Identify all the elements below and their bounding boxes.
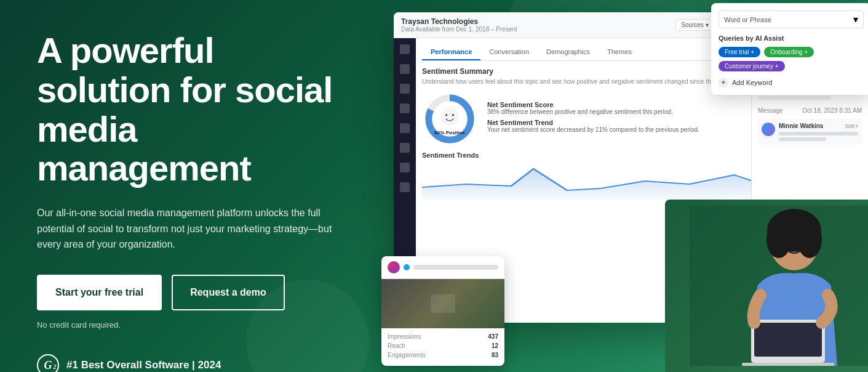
message-content: Minnie Watkins 50K+ bbox=[779, 123, 858, 141]
sidebar-icon-8[interactable] bbox=[400, 182, 410, 192]
award-title: #1 Best Overall Software | 2024 bbox=[66, 359, 221, 371]
tag-onboarding[interactable]: Onboarding + bbox=[764, 47, 814, 57]
sender-followers: 50K+ bbox=[845, 123, 858, 129]
net-score-stat: Net Sentiment Score 38% difference betwe… bbox=[487, 101, 699, 115]
add-keyword-button[interactable]: + Add Keyword bbox=[719, 78, 864, 87]
ai-search-bar[interactable]: Word or Phrase ▾ bbox=[719, 10, 864, 28]
svg-point-7 bbox=[452, 114, 455, 116]
social-post-card: Impressions 437 Reach 12 Engagements 83 bbox=[381, 256, 504, 366]
sources-filter[interactable]: Sources ▾ bbox=[675, 19, 714, 31]
ai-tags: Free trial + Onboarding + Customer journ… bbox=[719, 47, 864, 71]
reach-metric: Reach 12 bbox=[388, 342, 498, 349]
ai-assist-label: Queries by AI Assist bbox=[719, 34, 864, 42]
hero-subtext: Our all-in-one social media management p… bbox=[37, 205, 344, 253]
ai-search-input[interactable]: Word or Phrase bbox=[724, 16, 853, 23]
message-date: Oct 18, 2023 8:31 AM bbox=[802, 107, 862, 114]
impressions-metric: Impressions 437 bbox=[388, 333, 498, 340]
message-label: Message bbox=[758, 107, 783, 114]
tag-plus-icon-2: + bbox=[804, 49, 808, 55]
add-icon: + bbox=[719, 78, 728, 87]
twitter-icon bbox=[404, 264, 410, 270]
net-trend-stat: Net Sentiment Trend Your net sentiment s… bbox=[487, 119, 699, 133]
sender-avatar bbox=[762, 123, 775, 136]
tag-free-trial[interactable]: Free trial + bbox=[719, 47, 760, 57]
svg-point-12 bbox=[766, 221, 791, 258]
awards-section: G 2 #1 Best Overall Software | 2024 Top … bbox=[37, 354, 344, 372]
tag-plus-icon-3: + bbox=[775, 63, 779, 70]
svg-text:G: G bbox=[44, 359, 52, 371]
sentiment-stats: Net Sentiment Score 38% difference betwe… bbox=[487, 101, 699, 137]
woman-svg bbox=[690, 206, 868, 366]
social-avatar bbox=[388, 261, 400, 273]
sidebar-icon-5[interactable] bbox=[400, 123, 410, 133]
social-username-placeholder bbox=[413, 265, 498, 270]
tag-plus-icon: + bbox=[751, 49, 754, 55]
message-section: Message Oct 18, 2023 8:31 AM Minnie Watk… bbox=[758, 107, 862, 145]
sidebar-icon-2[interactable] bbox=[400, 64, 410, 74]
tag-customer-journey[interactable]: Customer journey + bbox=[719, 61, 785, 71]
no-credit-card-text: No credit card required. bbox=[37, 320, 344, 330]
svg-point-6 bbox=[445, 114, 448, 116]
start-trial-button[interactable]: Start your free trial bbox=[37, 275, 162, 310]
svg-point-5 bbox=[441, 108, 459, 126]
left-content: A powerful solution for social media man… bbox=[0, 0, 381, 372]
right-content: Word or Phrase ▾ Queries by AI Assist Fr… bbox=[381, 0, 868, 372]
sender-name: Minnie Watkins bbox=[779, 123, 823, 129]
sidebar-icon-1[interactable] bbox=[400, 44, 410, 54]
tab-performance[interactable]: Performance bbox=[422, 44, 480, 60]
sidebar-icon-4[interactable] bbox=[400, 103, 410, 113]
cta-buttons: Start your free trial Request a demo bbox=[37, 275, 344, 310]
engagements-metric: Engagements 83 bbox=[388, 352, 498, 358]
sentiment-donut-chart: 82% Positive bbox=[422, 91, 477, 147]
svg-rect-16 bbox=[742, 363, 834, 366]
message-card: Minnie Watkins 50K+ bbox=[758, 119, 862, 145]
social-post-image bbox=[381, 279, 504, 328]
social-card-header bbox=[381, 256, 504, 279]
g2-badge: G 2 #1 Best Overall Software | 2024 bbox=[37, 354, 344, 372]
svg-point-13 bbox=[797, 221, 822, 258]
request-demo-button[interactable]: Request a demo bbox=[172, 275, 285, 310]
social-metrics: Impressions 437 Reach 12 Engagements 83 bbox=[381, 328, 504, 366]
svg-text:82% Positive: 82% Positive bbox=[434, 130, 465, 135]
sidebar-icon-7[interactable] bbox=[400, 163, 410, 172]
svg-text:2: 2 bbox=[53, 363, 57, 370]
message-text-2 bbox=[779, 137, 826, 141]
theme-placeholder-2 bbox=[758, 96, 830, 100]
company-info: Traysan Technologies Data Available from… bbox=[401, 17, 517, 33]
date-range: Data Available from Dec 1, 2018 – Presen… bbox=[401, 26, 517, 33]
message-text-1 bbox=[779, 132, 858, 135]
sidebar-icon-6[interactable] bbox=[400, 143, 410, 153]
hero-container: A powerful solution for social media man… bbox=[0, 0, 868, 372]
company-name: Traysan Technologies bbox=[401, 17, 517, 26]
search-dropdown-icon: ▾ bbox=[853, 14, 858, 25]
g2-logo-icon: G 2 bbox=[37, 354, 59, 372]
tab-demographics[interactable]: Demographics bbox=[538, 44, 599, 60]
svg-rect-15 bbox=[754, 323, 822, 357]
sidebar-icon-3[interactable] bbox=[400, 84, 410, 94]
social-image-overlay bbox=[431, 294, 455, 313]
tab-themes[interactable]: Themes bbox=[599, 44, 640, 60]
woman-laptop-image bbox=[665, 200, 868, 372]
ai-assist-popup: Word or Phrase ▾ Queries by AI Assist Fr… bbox=[711, 3, 868, 95]
main-heading: A powerful solution for social media man… bbox=[37, 31, 344, 188]
tab-conversation[interactable]: Conversation bbox=[480, 44, 538, 60]
